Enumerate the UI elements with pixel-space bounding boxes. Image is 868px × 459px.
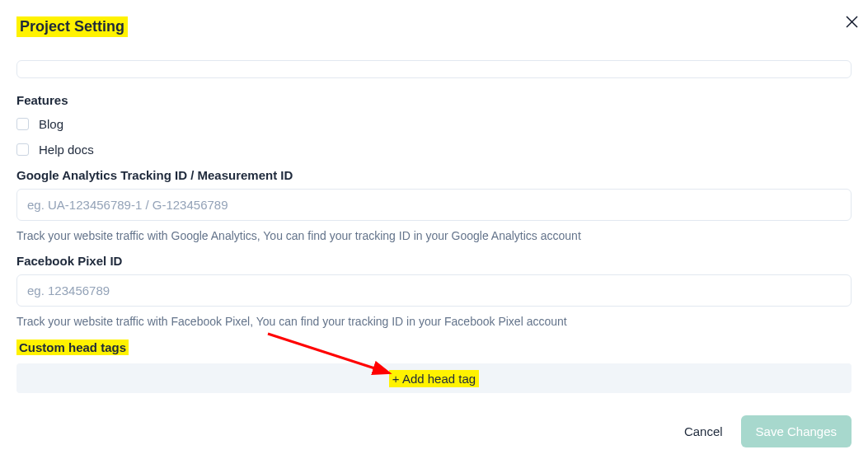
checkbox-blog[interactable] [16,118,29,130]
add-head-tag-label: + Add head tag [389,370,479,387]
close-icon [846,16,858,28]
checkbox-blog-label: Blog [39,117,63,131]
fb-pixel-id-input[interactable] [16,274,852,307]
fb-label: Facebook Pixel ID [16,254,852,268]
input-row-prev [16,60,852,78]
cancel-button[interactable]: Cancel [684,424,723,438]
close-button[interactable] [846,15,858,32]
feature-helpdocs-row[interactable]: Help docs [16,143,852,157]
ga-tracking-id-input[interactable] [16,189,852,221]
save-changes-button[interactable]: Save Changes [741,415,852,447]
page-title: Project Setting [16,16,128,37]
features-heading: Features [16,93,852,107]
custom-head-tags-label: Custom head tags [16,340,129,355]
checkbox-helpdocs-label: Help docs [39,143,94,157]
footer: Cancel Save Changes [684,415,852,447]
feature-blog-row[interactable]: Blog [16,117,852,131]
ga-help-text: Track your website traffic with Google A… [16,229,852,242]
fb-help-text: Track your website traffic with Facebook… [16,315,852,328]
checkbox-helpdocs[interactable] [16,143,29,156]
ga-label: Google Analytics Tracking ID / Measureme… [16,168,852,182]
add-head-tag-button[interactable]: + Add head tag [16,363,852,393]
